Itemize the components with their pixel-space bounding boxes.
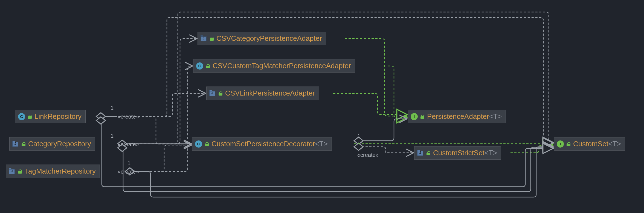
node-label: CSVCategoryPersistenceAdapter xyxy=(216,34,322,43)
java-file-icon: J xyxy=(417,150,424,156)
node-link-repository[interactable]: C LinkRepository xyxy=(15,110,86,123)
node-tagmatcher-repository[interactable]: J TagMatcherRepository xyxy=(6,165,100,178)
lock-icon xyxy=(420,115,424,119)
node-label: CategoryRepository xyxy=(28,140,91,148)
multiplicity-label: 1 xyxy=(127,160,130,166)
node-label: CSVLinkPersistenceAdapter xyxy=(225,89,315,97)
node-csv-link-adapter[interactable]: J CSVLinkPersistenceAdapter xyxy=(206,87,319,100)
node-csv-tagmatcher-adapter[interactable]: C CSVCustomTagMatcherPersistenceAdapter xyxy=(193,59,355,73)
java-file-icon: J xyxy=(12,141,19,147)
lock-icon xyxy=(22,142,25,146)
node-custom-set[interactable]: I CustomSet<T> xyxy=(554,137,625,151)
node-customset-persistence-decorator[interactable]: C CustomSetPersistenceDecorator<T> xyxy=(192,137,332,151)
lock-icon xyxy=(205,142,209,146)
stereotype-label: «create» xyxy=(357,152,379,158)
class-icon: C xyxy=(18,113,25,120)
lock-icon xyxy=(28,115,32,119)
class-icon: C xyxy=(196,62,203,70)
node-category-repository[interactable]: J CategoryRepository xyxy=(9,137,95,151)
lock-icon xyxy=(427,151,430,155)
multiplicity-label: 1 xyxy=(357,133,360,139)
java-file-icon: J xyxy=(209,90,216,97)
interface-icon: I xyxy=(557,140,564,148)
uml-diagram-canvas[interactable]: { "nodes": { "linkRepo": { "label": "Lin… xyxy=(0,0,644,213)
stereotype-label: «create» xyxy=(118,169,139,175)
lock-icon xyxy=(18,169,22,173)
interface-icon: I xyxy=(411,113,418,120)
node-persistence-adapter[interactable]: I PersistenceAdapter<T> xyxy=(408,110,506,123)
class-icon: C xyxy=(195,140,202,148)
stereotype-label: «create» xyxy=(118,141,139,148)
node-csv-category-adapter[interactable]: J CSVCategoryPersistenceAdapter xyxy=(198,32,326,45)
lock-icon xyxy=(210,37,214,41)
node-label: CustomStrictSet<T> xyxy=(433,149,497,157)
lock-icon xyxy=(206,64,210,68)
node-label: CustomSet<T> xyxy=(573,140,621,148)
node-label: CSVCustomTagMatcherPersistenceAdapter xyxy=(213,62,351,70)
node-label: LinkRepository xyxy=(34,112,82,121)
node-label: PersistenceAdapter<T> xyxy=(427,112,502,121)
node-label: TagMatcherRepository xyxy=(25,167,96,175)
multiplicity-label: 1 xyxy=(111,105,114,111)
node-custom-strict-set[interactable]: J CustomStrictSet<T> xyxy=(414,146,501,160)
stereotype-label: «create» xyxy=(118,114,139,120)
java-file-icon: J xyxy=(201,35,207,42)
node-label: CustomSetPersistenceDecorator<T> xyxy=(211,140,328,148)
lock-icon xyxy=(567,142,570,146)
java-file-icon: J xyxy=(9,168,15,175)
lock-icon xyxy=(219,91,222,95)
multiplicity-label: 1 xyxy=(111,133,114,139)
